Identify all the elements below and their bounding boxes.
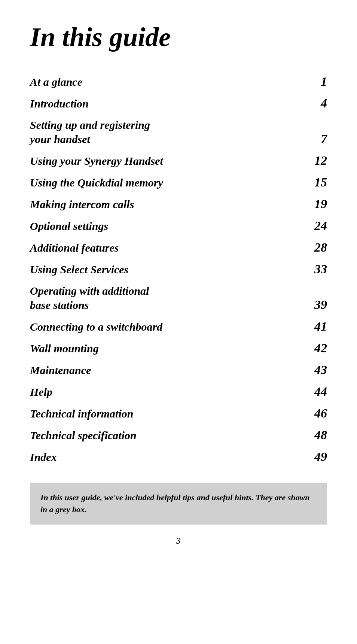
page-number: 3 — [30, 536, 327, 546]
table-row: Index49 — [30, 446, 327, 468]
toc-entry-page: 44 — [278, 381, 327, 402]
toc-entry-page: 4 — [278, 92, 327, 114]
table-row: Maintenance43 — [30, 359, 327, 381]
toc-entry-page: 1 — [278, 71, 327, 92]
page-title: In this guide — [30, 22, 327, 52]
table-row: Connecting to a switchboard41 — [30, 316, 327, 337]
toc-entry-label: Making intercom calls — [30, 193, 278, 215]
toc-entry-label: Setting up and registeringyour handset — [30, 114, 278, 150]
toc-entry-page: 46 — [278, 402, 327, 424]
toc-entry-label: Wall mounting — [30, 337, 278, 359]
toc-table: At a glance1Introduction4Setting up and … — [30, 71, 327, 468]
toc-entry-page: 15 — [278, 171, 327, 193]
toc-entry-label: Introduction — [30, 92, 278, 114]
toc-entry-label: At a glance — [30, 71, 278, 92]
toc-entry-label: Optional settings — [30, 215, 278, 237]
table-row: Technical information46 — [30, 402, 327, 424]
toc-entry-page: 12 — [278, 150, 327, 171]
toc-entry-page: 49 — [278, 446, 327, 468]
toc-entry-label: Help — [30, 381, 278, 402]
toc-entry-page: 41 — [278, 316, 327, 337]
toc-entry-page: 39 — [278, 280, 327, 316]
toc-entry-label: Operating with additionalbase stations — [30, 280, 278, 316]
toc-entry-page: 42 — [278, 337, 327, 359]
table-row: Wall mounting42 — [30, 337, 327, 359]
toc-entry-label: Using your Synergy Handset — [30, 150, 278, 171]
table-row: Using the Quickdial memory15 — [30, 171, 327, 193]
table-row: Using your Synergy Handset12 — [30, 150, 327, 171]
toc-entry-page: 28 — [278, 237, 327, 258]
toc-entry-label: Index — [30, 446, 278, 468]
page: In this guide At a glance1Introduction4S… — [0, 0, 357, 644]
table-row: Making intercom calls19 — [30, 193, 327, 215]
toc-entry-label: Using the Quickdial memory — [30, 171, 278, 193]
table-row: Technical specification48 — [30, 424, 327, 446]
toc-entry-page: 24 — [278, 215, 327, 237]
table-row: Setting up and registeringyour handset7 — [30, 114, 327, 150]
toc-entry-label: Using Select Services — [30, 258, 278, 280]
grey-box-text: In this user guide, we've included helpf… — [40, 492, 317, 516]
toc-entry-page: 19 — [278, 193, 327, 215]
toc-entry-label: Maintenance — [30, 359, 278, 381]
toc-entry-page: 43 — [278, 359, 327, 381]
table-row: Using Select Services33 — [30, 258, 327, 280]
table-row: Operating with additionalbase stations39 — [30, 280, 327, 316]
table-row: Introduction4 — [30, 92, 327, 114]
table-row: Additional features28 — [30, 237, 327, 258]
table-row: Optional settings24 — [30, 215, 327, 237]
toc-entry-page: 33 — [278, 258, 327, 280]
toc-entry-page: 7 — [278, 114, 327, 150]
toc-entry-label: Connecting to a switchboard — [30, 316, 278, 337]
toc-entry-label: Technical specification — [30, 424, 278, 446]
grey-box: In this user guide, we've included helpf… — [30, 483, 327, 525]
toc-entry-page: 48 — [278, 424, 327, 446]
table-row: At a glance1 — [30, 71, 327, 92]
toc-entry-label: Technical information — [30, 402, 278, 424]
table-row: Help44 — [30, 381, 327, 402]
toc-entry-label: Additional features — [30, 237, 278, 258]
